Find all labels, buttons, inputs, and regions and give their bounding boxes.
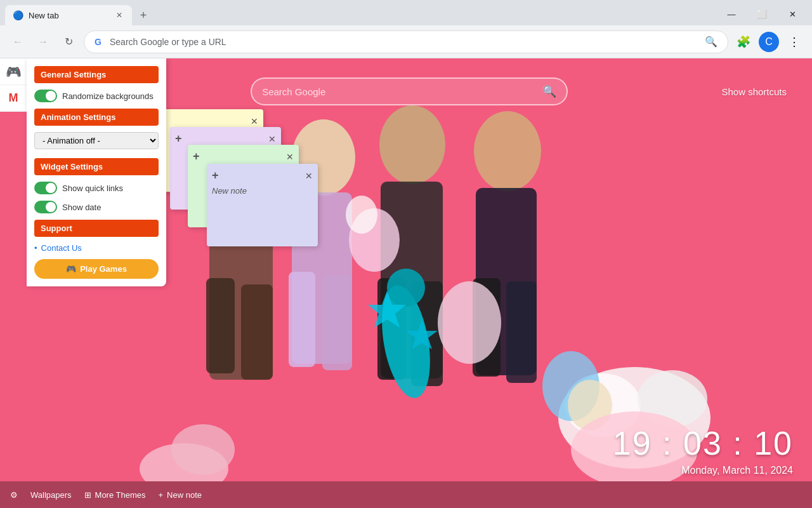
url-bar[interactable]: G Search Google or type a URL 🔍	[84, 30, 728, 53]
mail-icon[interactable]: M	[0, 85, 27, 112]
more-themes-icon: ⊞	[84, 490, 91, 500]
forward-button[interactable]: →	[33, 32, 53, 52]
settings-icon: ⚙	[10, 490, 18, 500]
more-themes-button[interactable]: ⊞ More Themes	[84, 490, 146, 500]
show-shortcuts-button[interactable]: Show shortcuts	[721, 86, 787, 97]
support-header: Support	[34, 220, 159, 237]
page-content: 🎮 M General Settings Randomize backgroun…	[0, 58, 812, 508]
window-controls: — ⬜ ✕	[717, 5, 807, 23]
note-header-1: + ✕	[157, 114, 258, 128]
gamepad-icon[interactable]: 🎮	[0, 58, 27, 85]
note-add-button-4[interactable]: +	[212, 169, 219, 182]
search-icon-main: 🔍	[542, 84, 556, 98]
refresh-button[interactable]: ↻	[58, 32, 79, 52]
show-date-label: Show date	[62, 203, 101, 212]
randomize-backgrounds-toggle[interactable]	[34, 90, 57, 102]
show-quick-links-row: Show quick links	[34, 182, 159, 194]
address-bar: ← → ↻ G Search Google or type a URL 🔍 🧩 …	[0, 25, 812, 58]
profile-button[interactable]: C	[759, 32, 779, 52]
contact-us-link[interactable]: Contact Us	[34, 243, 159, 253]
url-text: Search Google or type a URL	[110, 37, 700, 47]
gamepad-icon-btn: 🎮	[66, 264, 76, 274]
note-close-button-1[interactable]: ✕	[251, 116, 258, 126]
maximize-button[interactable]: ⬜	[747, 5, 776, 23]
clock-date: Monday, March 11, 2024	[613, 465, 793, 476]
animation-settings-header: Animation Settings	[34, 109, 159, 126]
minimize-button[interactable]: —	[717, 5, 746, 23]
widget-settings-header: Widget Settings	[34, 158, 159, 175]
new-note-button[interactable]: + New note	[159, 490, 202, 500]
search-bar-center: Search Google 🔍	[251, 77, 568, 105]
note-content-4[interactable]: New note	[212, 186, 313, 196]
bottom-bar: ⚙ Wallpapers ⊞ More Themes + New note	[0, 481, 812, 508]
note-close-button-3[interactable]: ✕	[286, 152, 294, 162]
note-header-2: + ✕	[175, 132, 276, 145]
note-add-button-2[interactable]: +	[175, 132, 182, 145]
extensions-button[interactable]: 🧩	[733, 32, 754, 52]
settings-bottom-button[interactable]: ⚙	[10, 490, 18, 500]
show-quick-links-label: Show quick links	[62, 184, 123, 193]
note-close-button-2[interactable]: ✕	[268, 134, 276, 144]
title-bar: 🔵 New tab ✕ + — ⬜ ✕	[0, 0, 812, 25]
new-note-icon: +	[159, 490, 164, 500]
clock-section: 19 : 03 : 10 Monday, March 11, 2024	[613, 424, 793, 476]
tab-close-button[interactable]: ✕	[114, 10, 124, 20]
new-note-label: New note	[167, 490, 202, 500]
note-add-button-3[interactable]: +	[193, 150, 200, 163]
close-button[interactable]: ✕	[778, 5, 807, 23]
browser-tab[interactable]: 🔵 New tab ✕	[5, 5, 132, 25]
show-date-row: Show date	[34, 201, 159, 213]
back-button[interactable]: ←	[8, 32, 28, 52]
google-logo: G	[95, 37, 105, 47]
wallpapers-button[interactable]: Wallpapers	[30, 490, 72, 500]
animation-select[interactable]: - Animation off - Fade Slide Zoom	[34, 132, 159, 149]
clock-time: 19 : 03 : 10	[613, 424, 793, 462]
randomize-backgrounds-row: Randomize backgrounds	[34, 90, 159, 102]
left-sidebar-icons: 🎮 M	[0, 58, 27, 112]
new-tab-button[interactable]: +	[134, 6, 152, 24]
note-header-3: + ✕	[193, 150, 294, 163]
randomize-backgrounds-label: Randomize backgrounds	[62, 91, 154, 101]
more-themes-label: More Themes	[95, 490, 146, 500]
wallpapers-label: Wallpapers	[30, 490, 72, 500]
support-section: Contact Us 🎮 Play Games	[34, 243, 159, 279]
search-icon: 🔍	[705, 36, 717, 48]
settings-panel: General Settings Randomize backgrounds A…	[27, 58, 166, 286]
note-close-button-4[interactable]: ✕	[305, 171, 313, 181]
tab-title: New tab	[29, 11, 109, 20]
note-header-4: + ✕	[212, 169, 313, 182]
tab-favicon: 🔵	[13, 10, 23, 20]
menu-button[interactable]: ⋮	[784, 32, 804, 52]
show-quick-links-toggle[interactable]	[34, 182, 57, 194]
sticky-note-4: + ✕ New note	[207, 164, 318, 246]
search-placeholder: Search Google	[262, 86, 537, 97]
search-input-main[interactable]: Search Google 🔍	[251, 77, 568, 105]
show-date-toggle[interactable]	[34, 201, 57, 213]
play-games-button[interactable]: 🎮 Play Games	[34, 259, 159, 279]
general-settings-header: General Settings	[34, 66, 159, 83]
